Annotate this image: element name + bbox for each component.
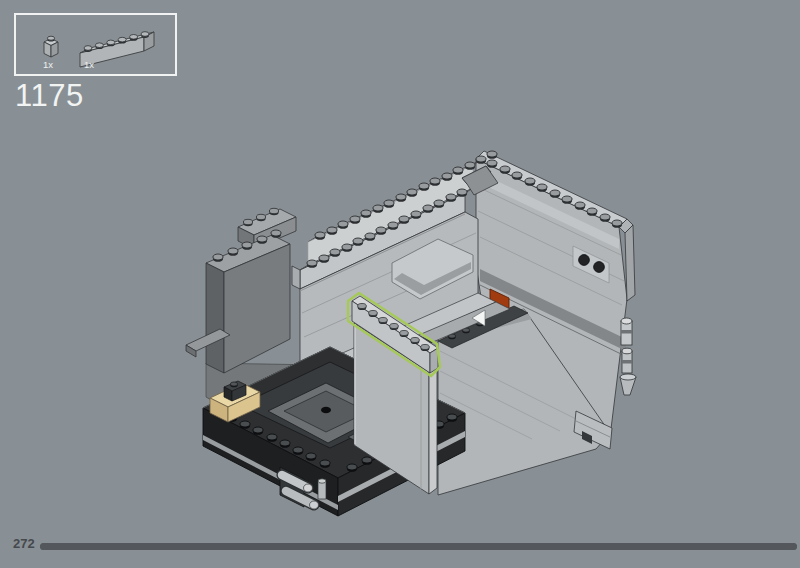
progress-bar-fill — [40, 543, 797, 550]
part-brick-1x1 — [36, 33, 66, 61]
step-number: 1175 — [15, 78, 84, 114]
technic-hole — [594, 262, 605, 273]
cylinder-greebles — [620, 318, 636, 395]
part-count-1x1: 1x — [43, 60, 53, 70]
technic-hole — [579, 255, 590, 266]
instruction-page: 1x 1x 1175 — [0, 0, 800, 568]
progress-bar[interactable] — [40, 543, 797, 550]
build-illustration — [180, 115, 680, 560]
page-number: 272 — [13, 536, 35, 551]
part-count-1x6: 1x — [84, 60, 94, 70]
parts-callout-box: 1x 1x — [14, 13, 177, 76]
left-tower — [186, 208, 296, 373]
